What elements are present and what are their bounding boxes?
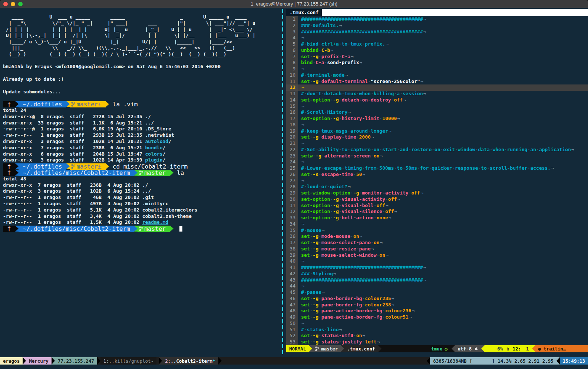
powerline-separator bbox=[452, 345, 455, 352]
token-f: -g bbox=[313, 134, 318, 140]
space-dot: · bbox=[353, 172, 356, 177]
space-dot: · bbox=[318, 134, 321, 140]
vim-line: 47set·-g·pane-border-fg·colour238¬ bbox=[286, 302, 588, 308]
powerline-separator bbox=[106, 101, 109, 107]
powerline-separator bbox=[341, 345, 344, 352]
vim-line: 6unbind·C-b¬ bbox=[286, 47, 588, 54]
vim-buffer[interactable]: 1#######################################… bbox=[286, 16, 588, 345]
token-f: -g bbox=[313, 339, 318, 345]
code-text: set·-g·display-time·2000¬ bbox=[298, 134, 588, 140]
prompt-path-segment: ~/.dotfiles bbox=[19, 101, 66, 107]
space-dot: · bbox=[368, 128, 371, 134]
space-dot: · bbox=[356, 134, 359, 140]
statusline-encoding: utf-8 bbox=[455, 345, 482, 352]
space-dot: · bbox=[403, 165, 406, 171]
code-text: set·-g·pane-active-border-bg·colour236¬ bbox=[298, 308, 588, 314]
tmux-window-1[interactable]: 1:..kills/gnuplot- bbox=[100, 357, 156, 365]
space-dot: · bbox=[339, 215, 342, 220]
line-number: 16 bbox=[286, 109, 298, 116]
space-dot: · bbox=[368, 79, 371, 84]
minimize-button[interactable] bbox=[11, 2, 15, 6]
powerline-separator bbox=[52, 357, 55, 365]
eol-marker: ¬ bbox=[347, 109, 351, 115]
space-dot: · bbox=[304, 41, 307, 47]
title-bar: 1. eragos@Mercury | 77.23.155.247 (sh) bbox=[0, 0, 588, 8]
space-dot: · bbox=[321, 165, 324, 171]
token-v: on bbox=[356, 333, 362, 338]
eol-marker: ¬ bbox=[388, 128, 392, 134]
space-dot: · bbox=[342, 165, 345, 171]
line-number: 7 bbox=[286, 54, 298, 60]
line-number: 11 bbox=[286, 79, 298, 85]
prompt-command[interactable]: la .vim bbox=[109, 101, 138, 107]
powerline-separator bbox=[159, 357, 162, 365]
vim-tabline: .tmux.conf bbox=[286, 9, 588, 16]
prompt-command[interactable]: la bbox=[174, 170, 184, 176]
git-commit-line: b6a515b by Eragos <mfo1009@googlemail.co… bbox=[3, 64, 281, 70]
vim-pane[interactable]: .tmux.conf 1############################… bbox=[286, 9, 588, 352]
vim-line: 44¬ bbox=[286, 283, 588, 289]
token-k: set bbox=[301, 246, 310, 252]
eol-marker: ¬ bbox=[359, 60, 363, 65]
shell-pane[interactable]: ____ U ___ u _____ _____ _ U _____ u ___… bbox=[0, 8, 281, 356]
token-c: #·Set·ability·to·capture·on·start·and·re… bbox=[301, 147, 571, 152]
eol-marker: ¬ bbox=[301, 66, 304, 72]
token-v: colour51 bbox=[385, 314, 409, 320]
prompt-command[interactable]: cd misc/Cobalt2-iterm bbox=[109, 163, 188, 170]
apple-icon bbox=[474, 346, 478, 351]
token-o: pane-active-border-fg bbox=[321, 314, 382, 320]
space-dot: · bbox=[536, 147, 539, 152]
file-name: autoload bbox=[145, 139, 169, 144]
git-branch-icon bbox=[315, 346, 319, 351]
space-dot: · bbox=[304, 109, 307, 115]
iterm-window: 1. eragos@Mercury | 77.23.155.247 (sh) _… bbox=[0, 0, 588, 369]
space-dot: · bbox=[379, 116, 382, 121]
eol-marker: ¬ bbox=[301, 320, 304, 326]
space-dot: · bbox=[394, 91, 397, 96]
code-text: set-option·-g·visual-bell·off¬ bbox=[298, 203, 588, 209]
vim-line: 24¬ bbox=[286, 159, 588, 165]
vim-line: 1#######################################… bbox=[286, 16, 588, 23]
line-number: 49 bbox=[286, 314, 298, 320]
line-number: 50 bbox=[286, 320, 298, 327]
prompt-command[interactable] bbox=[174, 226, 177, 232]
token-o: visual-silence bbox=[342, 209, 383, 214]
space-dot: · bbox=[330, 116, 333, 121]
vim-line: 35#·mouse¬ bbox=[286, 227, 588, 234]
code-text: bind·C-a·send-prefix¬ bbox=[298, 60, 588, 66]
token-c: #·bind·ctrl+a·to·tmux·prefix. bbox=[301, 41, 385, 47]
space-dot: · bbox=[318, 240, 321, 245]
dir-slash: / bbox=[168, 139, 171, 144]
zoom-button[interactable] bbox=[18, 2, 23, 6]
file-row: -rw-r--r-- 1 eragos staff 293B 15 Jul 22… bbox=[3, 132, 281, 139]
line-number: 5 bbox=[286, 41, 298, 47]
space-dot: · bbox=[304, 227, 307, 233]
file-name[interactable]: readme.md bbox=[142, 219, 168, 225]
vim-line: 22#·Set·ability·to·capture·on·start·and·… bbox=[286, 147, 588, 153]
tmux-window-2[interactable]: 2:..Cobalt2-iterm* bbox=[162, 357, 218, 365]
file-attributes: -rw-r--r-- 1 eragos staff 3,4K 4 Aug 20:… bbox=[3, 213, 142, 219]
space-dot: · bbox=[382, 314, 385, 320]
space-dot: · bbox=[432, 147, 435, 152]
space-dot: · bbox=[528, 165, 531, 171]
token-k: set bbox=[301, 339, 310, 345]
vim-line: 19#·keep·tmux·msgs·around·longer¬ bbox=[286, 128, 588, 134]
powerline-separator bbox=[106, 163, 109, 169]
line-number: 31 bbox=[286, 203, 298, 209]
powerline-separator bbox=[378, 345, 381, 352]
powerline-separator bbox=[218, 357, 222, 365]
token-f: -g bbox=[313, 79, 318, 84]
close-button[interactable] bbox=[3, 2, 8, 6]
line-number: 13 bbox=[286, 91, 298, 97]
space-dot: · bbox=[304, 147, 307, 152]
space-dot: · bbox=[304, 91, 307, 96]
file-row: -rw-r--r-- 1 eragos staff 5,1K 4 Aug 20:… bbox=[3, 207, 281, 213]
file-attributes: -rw-r--r-- 1 eragos staff 46B 4 Aug 20:0… bbox=[3, 195, 142, 200]
eol-marker: ¬ bbox=[371, 246, 374, 252]
line-number: 4 bbox=[286, 35, 298, 41]
space-dot: · bbox=[318, 54, 321, 59]
tmux-pane-divider[interactable] bbox=[282, 9, 283, 356]
vim-tab-tmux-conf[interactable]: .tmux.conf bbox=[286, 9, 322, 16]
tmux-window-list: 1:..kills/gnuplot-2:..Cobalt2-iterm* bbox=[100, 357, 222, 365]
vim-line: 21¬ bbox=[286, 140, 588, 147]
